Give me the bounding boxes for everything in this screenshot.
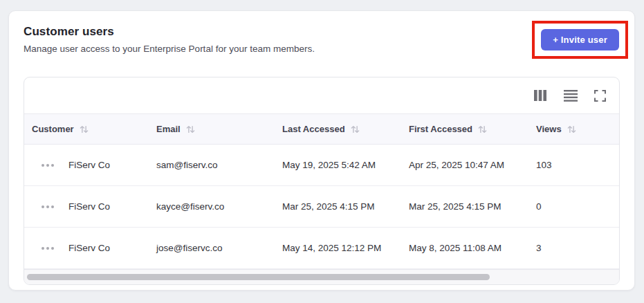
card-header: Customer users Manage user access to you… xyxy=(24,25,620,59)
row-menu-ellipsis-icon[interactable] xyxy=(42,203,54,211)
table-row: FiServ Co jose@fiservc.co May 14, 2025 1… xyxy=(24,228,619,269)
red-highlight-annotation: + Invite user xyxy=(532,21,628,59)
column-header-label: Last Accessed xyxy=(282,124,345,134)
table-row: FiServ Co kayce@fiserv.co Mar 25, 2025 4… xyxy=(24,186,619,228)
row-actions-cell xyxy=(24,244,62,252)
views-cell: 103 xyxy=(529,160,619,170)
table-header-row: Customer Email Last Acce xyxy=(24,113,619,145)
last-accessed-cell: Mar 25, 2025 4:15 PM xyxy=(275,201,402,212)
sort-icon[interactable] xyxy=(79,125,89,134)
email-cell: jose@fiservc.co xyxy=(149,243,275,253)
sort-icon[interactable] xyxy=(477,125,488,134)
views-cell: 3 xyxy=(529,243,619,253)
table-toolbar xyxy=(24,77,619,113)
views-cell: 0 xyxy=(529,201,619,212)
column-header-email[interactable]: Email xyxy=(149,124,275,134)
email-cell: sam@fiserv.co xyxy=(149,160,275,170)
first-accessed-cell: Mar 25, 2025 4:15 PM xyxy=(402,201,529,212)
page-subtitle: Manage user access to your Enterprise Po… xyxy=(24,44,315,54)
sort-icon[interactable] xyxy=(567,125,577,134)
horizontal-scrollbar-track[interactable] xyxy=(24,269,619,284)
column-header-label: Email xyxy=(156,124,181,134)
fullscreen-icon[interactable] xyxy=(594,90,606,102)
last-accessed-cell: May 19, 2025 5:42 AM xyxy=(275,160,402,170)
customer-cell: FiServ Co xyxy=(62,201,149,212)
customer-users-card: Customer users Manage user access to you… xyxy=(8,10,635,291)
row-actions-cell xyxy=(24,161,62,169)
users-table-container: Customer Email Last Acce xyxy=(24,77,620,285)
column-header-views[interactable]: Views xyxy=(529,124,619,134)
customer-cell: FiServ Co xyxy=(62,243,149,253)
header-text-block: Customer users Manage user access to you… xyxy=(24,25,315,54)
row-actions-cell xyxy=(24,203,62,211)
row-menu-ellipsis-icon[interactable] xyxy=(42,161,54,169)
table-row: FiServ Co sam@fiserv.co May 19, 2025 5:4… xyxy=(24,145,619,186)
invite-user-button[interactable]: + Invite user xyxy=(541,29,619,50)
column-header-customer[interactable]: Customer xyxy=(24,124,149,134)
column-header-last-accessed[interactable]: Last Accessed xyxy=(275,124,402,134)
first-accessed-cell: May 8, 2025 11:08 AM xyxy=(402,243,529,253)
page-title: Customer users xyxy=(24,25,315,39)
columns-icon[interactable] xyxy=(533,89,547,102)
column-header-label: Views xyxy=(536,124,562,134)
sort-icon[interactable] xyxy=(350,125,360,134)
column-header-label: Customer xyxy=(32,124,74,134)
customer-cell: FiServ Co xyxy=(62,160,149,170)
last-accessed-cell: May 14, 2025 12:12 PM xyxy=(275,243,402,253)
horizontal-scrollbar-thumb[interactable] xyxy=(27,274,490,280)
row-menu-ellipsis-icon[interactable] xyxy=(42,244,54,252)
email-cell: kayce@fiserv.co xyxy=(149,201,275,212)
column-header-first-accessed[interactable]: First Accessed xyxy=(402,124,529,134)
sort-icon[interactable] xyxy=(185,125,196,134)
row-density-icon[interactable] xyxy=(564,89,578,102)
column-header-label: First Accessed xyxy=(409,124,472,134)
first-accessed-cell: Apr 25, 2025 10:47 AM xyxy=(402,160,529,170)
